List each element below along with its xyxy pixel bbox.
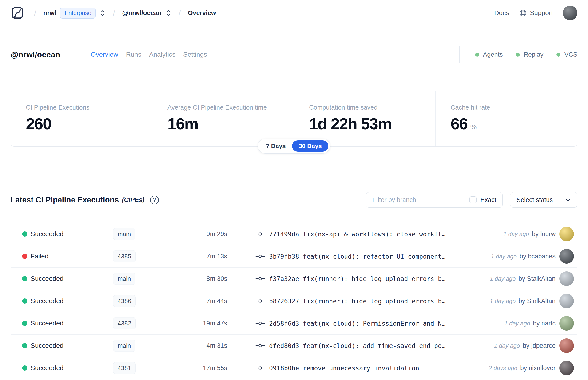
stats-card: CI Pipeline Executions 260 Average CI Pi… <box>11 91 577 147</box>
duration-label: 8m 30s <box>191 275 227 283</box>
duration-label: 17m 55s <box>191 364 227 372</box>
chevron-up-down-icon[interactable] <box>99 9 106 17</box>
tab-runs[interactable]: Runs <box>126 51 141 58</box>
row-meta: 1 day ago by jdpearce <box>494 342 555 349</box>
status-dot-icon <box>22 365 27 371</box>
date-range-toggle: 7 Days 30 Days <box>258 138 330 153</box>
status-dot-icon <box>22 343 27 348</box>
exact-checkbox[interactable] <box>470 196 476 203</box>
status-dot-icon <box>22 254 27 259</box>
feature-vcs[interactable]: VCS <box>556 51 577 58</box>
branch-badge[interactable]: main <box>113 340 135 352</box>
section-title: Latest CI Pipeline Executions <box>11 195 119 204</box>
feature-agents[interactable]: Agents <box>475 51 503 58</box>
commit-message[interactable]: f37a32ae fix(runner): hide log upload er… <box>269 275 445 283</box>
stat-computation-time-saved: Computation time saved 1d 22h 53m <box>294 91 436 147</box>
status-dot-icon <box>22 231 27 237</box>
exact-match-toggle[interactable]: Exact <box>463 192 502 208</box>
help-icon[interactable]: ? <box>150 196 159 204</box>
time-ago-label: 1 day ago <box>494 342 520 349</box>
commit-message[interactable]: dfed80d3 feat(nx-cloud): add time-saved … <box>269 342 445 349</box>
commit-icon <box>255 365 265 371</box>
row-meta: 1 day ago by lourw <box>503 230 555 238</box>
branch-badge[interactable]: 4382 <box>113 318 136 329</box>
support-link[interactable]: Support <box>519 9 553 17</box>
feature-replay[interactable]: Replay <box>516 51 543 58</box>
commit-icon <box>255 342 265 349</box>
range-7-days-button[interactable]: 7 Days <box>260 143 292 150</box>
branch-badge[interactable]: 4381 <box>113 362 136 374</box>
range-30-days-button[interactable]: 30 Days <box>292 140 328 152</box>
breadcrumb: / nrwl Enterprise / @nrwl/ocean / Overvi… <box>34 7 216 19</box>
table-row[interactable]: Succeeded 4382 19m 47s 2d58f6d3 feat(nx-… <box>11 312 577 335</box>
nx-cloud-logo-icon[interactable] <box>11 6 24 20</box>
branch-badge[interactable]: main <box>113 273 135 285</box>
commit-message[interactable]: 771499da fix(nx-api & workflows): close … <box>269 230 445 238</box>
org-name: nrwl <box>43 9 57 17</box>
tab-analytics[interactable]: Analytics <box>149 51 175 58</box>
author-avatar[interactable] <box>559 361 574 375</box>
branch-badge[interactable]: 4386 <box>113 295 136 307</box>
user-avatar[interactable] <box>563 6 577 20</box>
status-dot-icon <box>22 276 27 281</box>
branch-filter-input[interactable] <box>366 192 463 208</box>
author-label: by lourw <box>532 230 555 238</box>
stat-value: 260 <box>26 114 51 133</box>
branch-badge[interactable]: main <box>113 228 135 240</box>
status-select-label: Select status <box>516 196 553 204</box>
commit-message[interactable]: b8726327 fix(runner): hide log upload er… <box>269 298 445 305</box>
cipe-table: Succeeded main 9m 29s 771499da fix(nx-ap… <box>11 223 577 380</box>
time-ago-label: 1 day ago <box>490 298 516 304</box>
commit-message[interactable]: 2d58f6d3 feat(nx-cloud): PermissionError… <box>269 320 445 327</box>
status-label: Failed <box>31 252 48 260</box>
status-dot-icon <box>475 53 479 57</box>
table-row[interactable]: Succeeded main 4m 31s dfed80d3 feat(nx-c… <box>11 335 577 357</box>
workspace-header: @nrwl/ocean Overview Runs Analytics Sett… <box>11 44 577 65</box>
support-label: Support <box>530 9 553 17</box>
docs-link[interactable]: Docs <box>494 9 509 17</box>
status-label: Succeeded <box>31 297 63 305</box>
author-avatar[interactable] <box>559 294 574 308</box>
row-meta: 1 day ago by StalkAltan <box>490 298 555 305</box>
time-ago-label: 1 day ago <box>491 253 517 260</box>
org-selector[interactable]: nrwl Enterprise <box>43 7 106 19</box>
feature-label: Agents <box>483 51 503 58</box>
workspace-selector[interactable]: @nrwl/ocean <box>122 9 171 17</box>
status-label: Succeeded <box>31 342 63 349</box>
branch-filter-group: Exact <box>366 192 503 208</box>
table-row[interactable]: Succeeded main 8m 30s f37a32ae fix(runne… <box>11 267 577 290</box>
duration-label: 4m 31s <box>191 342 227 349</box>
feature-label: VCS <box>564 51 577 58</box>
cipe-section-header: Latest CI Pipeline Executions (CIPEs) ? … <box>11 192 577 208</box>
header-divider <box>84 44 84 65</box>
author-avatar[interactable] <box>559 227 574 241</box>
stat-cache-hit-rate: Cache hit rate 66 % <box>436 91 577 147</box>
status-select-button[interactable]: Select status <box>510 192 577 208</box>
workspace-name: @nrwl/ocean <box>122 9 161 17</box>
breadcrumb-separator: / <box>179 9 181 18</box>
feature-status-list: Agents Replay VCS <box>459 46 577 63</box>
workspace-tabs: Overview Runs Analytics Settings <box>91 51 207 58</box>
table-row[interactable]: Succeeded main 9m 29s 771499da fix(nx-ap… <box>11 223 577 245</box>
author-avatar[interactable] <box>559 249 574 264</box>
table-row[interactable]: Succeeded 4381 17m 55s 0918b0be remove u… <box>11 357 577 379</box>
stat-value: 1d 22h 53m <box>309 114 391 133</box>
tab-settings[interactable]: Settings <box>183 51 207 58</box>
branch-badge[interactable]: 4385 <box>113 250 136 263</box>
table-row[interactable]: Failed 4385 7m 13s 3b79fb38 feat(nx-clou… <box>11 245 577 267</box>
table-row[interactable]: Succeeded 4386 7m 44s b8726327 fix(runne… <box>11 290 577 312</box>
lifebuoy-icon <box>519 9 527 17</box>
stat-label: Computation time saved <box>309 104 435 111</box>
commit-message[interactable]: 0918b0be remove unnecessary invalidation <box>269 364 419 372</box>
stat-value: 16m <box>168 114 198 133</box>
author-avatar[interactable] <box>559 271 574 286</box>
time-ago-label: 1 day ago <box>490 275 516 282</box>
commit-message[interactable]: 3b79fb38 feat(nx-cloud): refactor UI com… <box>269 253 445 260</box>
tab-overview[interactable]: Overview <box>91 51 118 58</box>
author-avatar[interactable] <box>559 316 574 331</box>
breadcrumb-page: Overview <box>188 9 216 17</box>
duration-label: 19m 47s <box>191 320 227 327</box>
chevron-up-down-icon[interactable] <box>165 9 172 17</box>
stat-label: Cache hit rate <box>451 104 577 111</box>
author-avatar[interactable] <box>559 338 574 353</box>
